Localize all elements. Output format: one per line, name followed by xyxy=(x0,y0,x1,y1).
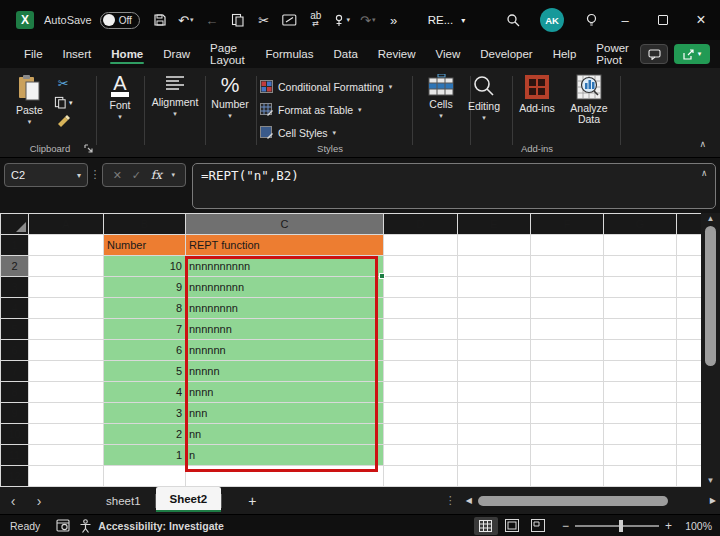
cell-E5[interactable] xyxy=(458,319,531,340)
column-header-partial[interactable] xyxy=(677,214,702,235)
cell-A7[interactable] xyxy=(29,361,104,382)
cell-F2[interactable] xyxy=(531,256,604,277)
record-macro-icon[interactable] xyxy=(52,517,74,535)
cell-E4[interactable] xyxy=(458,298,531,319)
row-header-5[interactable]: 5 xyxy=(1,319,29,340)
cell-x7[interactable] xyxy=(677,361,702,382)
share-button[interactable]: ▾ xyxy=(674,44,710,64)
cell-F8[interactable] xyxy=(531,382,604,403)
scroll-up-icon[interactable]: ▲ xyxy=(707,213,715,225)
cell-B8[interactable]: 4 xyxy=(104,382,186,403)
cell-x1[interactable] xyxy=(677,235,702,256)
cell-D12[interactable] xyxy=(384,466,458,487)
cell-C11[interactable]: n xyxy=(186,445,384,466)
cell-B10[interactable]: 2 xyxy=(104,424,186,445)
cell-C8[interactable]: nnnn xyxy=(186,382,384,403)
add-ins-button[interactable]: Add-ins xyxy=(513,74,561,114)
vertical-scrollbar[interactable]: ▲ ▼ xyxy=(701,213,720,487)
row-header-1[interactable]: 1 xyxy=(1,235,29,256)
cell-B3[interactable]: 9 xyxy=(104,277,186,298)
tab-data[interactable]: Data xyxy=(324,43,368,66)
cell-F4[interactable] xyxy=(531,298,604,319)
cell-D7[interactable] xyxy=(384,361,458,382)
tab-file[interactable]: File xyxy=(14,43,53,66)
cell-B7[interactable]: 5 xyxy=(104,361,186,382)
column-header-D[interactable]: D xyxy=(384,214,458,235)
search-icon[interactable] xyxy=(498,5,528,35)
tab-developer[interactable]: Developer xyxy=(470,43,542,66)
prev-sheet-icon[interactable]: ‹ xyxy=(0,493,26,509)
cell-B6[interactable]: 6 xyxy=(104,340,186,361)
cell-A9[interactable] xyxy=(29,403,104,424)
cell-D1[interactable] xyxy=(384,235,458,256)
row-header-3[interactable]: 3 xyxy=(1,277,29,298)
zoom-slider[interactable]: − + xyxy=(562,519,672,533)
redo-icon[interactable]: ↷▾ xyxy=(356,8,380,32)
collapse-ribbon-icon[interactable]: ∧ xyxy=(699,139,706,149)
scroll-left-icon[interactable]: ◀ xyxy=(466,496,472,505)
format-as-table-button[interactable]: Format as Table ▾ xyxy=(260,103,410,116)
scroll-right-icon[interactable]: ▶ xyxy=(710,496,716,505)
email-link-icon[interactable] xyxy=(278,8,302,32)
cell-G2[interactable] xyxy=(604,256,677,277)
number-group-button[interactable]: % Number ▾ xyxy=(206,74,254,120)
row-header-11[interactable]: 11 xyxy=(1,445,29,466)
close-button[interactable]: × xyxy=(682,0,720,40)
confirm-entry-icon[interactable]: ✓ xyxy=(132,169,141,182)
minimize-button[interactable]: – xyxy=(606,0,644,40)
cell-x4[interactable] xyxy=(677,298,702,319)
tab-draw[interactable]: Draw xyxy=(153,43,200,66)
font-group-button[interactable]: A Font ▾ xyxy=(100,74,140,121)
cell-F12[interactable] xyxy=(531,466,604,487)
undo-icon[interactable]: ↶▾ xyxy=(174,8,198,32)
cell-D10[interactable] xyxy=(384,424,458,445)
cell-B4[interactable]: 8 xyxy=(104,298,186,319)
cell-C6[interactable]: nnnnnn xyxy=(186,340,384,361)
clipboard-dialog-launcher-icon[interactable] xyxy=(84,144,93,153)
cell-C2[interactable]: nnnnnnnnnn xyxy=(186,256,384,277)
cell-C9[interactable]: nnn xyxy=(186,403,384,424)
cell-E3[interactable] xyxy=(458,277,531,298)
row-header-8[interactable]: 8 xyxy=(1,382,29,403)
cell-A10[interactable] xyxy=(29,424,104,445)
column-header-A[interactable]: A xyxy=(29,214,104,235)
vertical-scroll-thumb[interactable] xyxy=(705,226,716,366)
cell-D3[interactable] xyxy=(384,277,458,298)
cell-B12[interactable] xyxy=(104,466,186,487)
tab-formulas[interactable]: Formulas xyxy=(256,43,324,66)
cell-D2[interactable] xyxy=(384,256,458,277)
cell-C12[interactable] xyxy=(186,466,384,487)
cell-G11[interactable] xyxy=(604,445,677,466)
maximize-button[interactable] xyxy=(644,0,682,40)
formula-input[interactable]: =REPT("n",B2) ∧ xyxy=(192,163,716,209)
zoom-slider-thumb[interactable] xyxy=(619,520,623,532)
zoom-in-icon[interactable]: + xyxy=(665,519,672,533)
cell-x11[interactable] xyxy=(677,445,702,466)
sheet-tab-sheet1[interactable]: sheet1 xyxy=(92,490,155,512)
row-header-6[interactable]: 6 xyxy=(1,340,29,361)
zoom-out-icon[interactable]: − xyxy=(562,519,569,533)
cell-B2[interactable]: 10 xyxy=(104,256,186,277)
cell-D6[interactable] xyxy=(384,340,458,361)
cell-D8[interactable] xyxy=(384,382,458,403)
cell-A11[interactable] xyxy=(29,445,104,466)
cell-x5[interactable] xyxy=(677,319,702,340)
cell-G5[interactable] xyxy=(604,319,677,340)
insert-function-icon[interactable]: fx xyxy=(151,168,162,182)
cell-E1[interactable] xyxy=(458,235,531,256)
collapse-formula-bar-icon[interactable]: ∧ xyxy=(702,168,707,178)
cell-B9[interactable]: 3 xyxy=(104,403,186,424)
analyze-data-button[interactable]: Analyze Data xyxy=(566,74,612,125)
editing-button[interactable]: Editing ▾ xyxy=(458,74,510,122)
save-icon[interactable] xyxy=(148,8,172,32)
cell-D5[interactable] xyxy=(384,319,458,340)
tab-help[interactable]: Help xyxy=(543,43,587,66)
cell-A4[interactable] xyxy=(29,298,104,319)
next-sheet-icon[interactable]: › xyxy=(26,493,52,509)
row-header-12[interactable]: 12 xyxy=(1,466,29,487)
document-title[interactable]: RE... ▾ xyxy=(428,14,466,26)
lightbulb-icon[interactable] xyxy=(576,5,606,35)
cell-F9[interactable] xyxy=(531,403,604,424)
row-header-2[interactable]: 2 xyxy=(1,256,29,277)
conditional-formatting-button[interactable]: Conditional Formatting ▾ xyxy=(260,80,410,93)
